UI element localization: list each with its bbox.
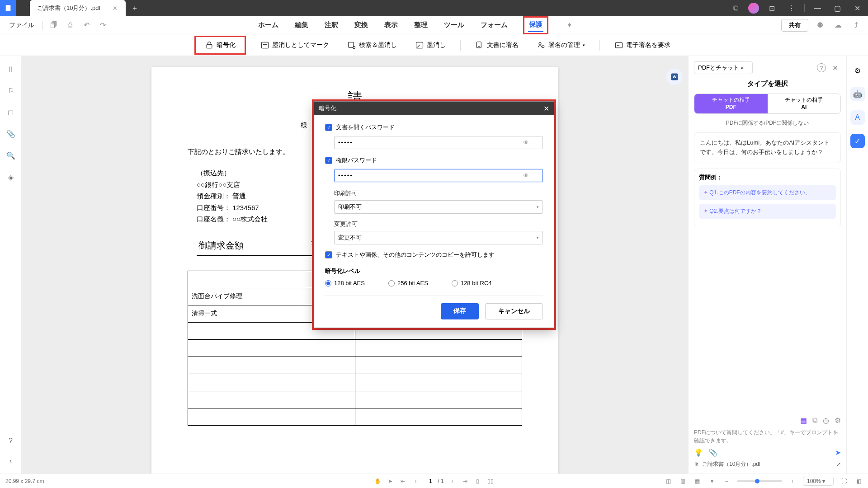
- tab-convert[interactable]: 変換: [354, 19, 369, 31]
- example-q2[interactable]: ✦ Q2.要点は何ですか？: [699, 204, 836, 219]
- save-button[interactable]: 保存: [441, 303, 479, 319]
- radio-128aes[interactable]: 128 bit AES: [325, 280, 365, 286]
- open-password-checkbox[interactable]: ✓: [325, 124, 332, 131]
- lightbulb-icon[interactable]: 💡: [694, 448, 703, 457]
- manage-sign-button[interactable]: 署名の管理 ▾: [533, 39, 589, 52]
- search-icon[interactable]: 🔍: [5, 150, 16, 161]
- redo-icon[interactable]: ↷: [96, 19, 109, 32]
- document-tab[interactable]: ご請求書（10月分）.pdf ✕: [30, 0, 126, 16]
- redact-button[interactable]: 墨消し: [411, 39, 449, 52]
- request-esign-button[interactable]: 電子署名を要求: [611, 39, 674, 52]
- check-icon[interactable]: ✓: [850, 134, 865, 148]
- tab-chat-ai[interactable]: チャットの相手AI: [768, 94, 841, 113]
- settings-gear-icon[interactable]: ⚙: [835, 416, 841, 425]
- word-export-button[interactable]: W: [666, 69, 683, 85]
- tab-chat-pdf[interactable]: チャットの相手PDF: [694, 94, 768, 113]
- user-avatar[interactable]: [748, 3, 759, 14]
- upload-icon[interactable]: ⤴: [850, 19, 863, 32]
- tab-form[interactable]: フォーム: [480, 19, 509, 31]
- example-q1[interactable]: ✦ Q1.このPDFの内容を要約してください。: [699, 185, 836, 200]
- first-page-icon[interactable]: ⇤: [399, 477, 407, 485]
- tab-organize[interactable]: 整理: [413, 19, 429, 31]
- translate-icon[interactable]: A: [850, 110, 865, 125]
- new-tab-button[interactable]: ＋: [127, 2, 142, 14]
- hand-tool-icon[interactable]: ✋: [373, 477, 382, 485]
- cloud-icon[interactable]: ☁: [832, 19, 844, 32]
- modal-close-icon[interactable]: ✕: [543, 104, 549, 113]
- search-redact-button[interactable]: 検索＆墨消し: [344, 39, 401, 52]
- allow-copy-checkbox[interactable]: ✓: [325, 251, 332, 258]
- select-tool-icon[interactable]: ➤: [386, 477, 394, 485]
- attachments-icon[interactable]: 📎: [5, 128, 16, 139]
- current-file[interactable]: 🗎 ご請求書（10月分）.pdf ⤢: [694, 460, 841, 468]
- history-icon[interactable]: ◷: [823, 416, 829, 425]
- devices-icon[interactable]: ⧉: [728, 1, 743, 15]
- tab-home[interactable]: ホーム: [257, 19, 279, 31]
- cancel-button[interactable]: キャンセル: [485, 303, 543, 319]
- print-icon[interactable]: ⎙: [64, 19, 76, 32]
- sparkle-icon[interactable]: ✦: [563, 19, 576, 32]
- last-page-icon[interactable]: ⇥: [461, 477, 469, 485]
- chevron-down-icon[interactable]: ▾: [708, 477, 716, 485]
- file-menu[interactable]: ファイル: [5, 19, 38, 31]
- radio-128rc4[interactable]: 128 bit RC4: [452, 280, 492, 286]
- save-icon[interactable]: 🗐: [47, 19, 60, 32]
- zoom-select[interactable]: 100% ▾: [803, 477, 834, 486]
- doc-chip-icon[interactable]: ▦: [800, 416, 807, 425]
- thumbnails-icon[interactable]: ▯: [5, 63, 16, 74]
- expand-icon[interactable]: ⤢: [836, 461, 841, 468]
- reader-mode-icon[interactable]: ◧: [854, 477, 863, 485]
- zoom-in-icon[interactable]: +: [788, 477, 797, 485]
- send-icon[interactable]: ➤: [835, 448, 841, 457]
- zoom-out-icon[interactable]: −: [722, 477, 731, 485]
- open-password-input[interactable]: ••••• 👁: [334, 136, 543, 149]
- comments-icon[interactable]: ◻: [5, 107, 16, 117]
- close-panel-icon[interactable]: ✕: [830, 64, 841, 72]
- zoom-slider[interactable]: [737, 480, 782, 482]
- maximize-icon[interactable]: ▢: [830, 1, 844, 15]
- undo-icon[interactable]: ↶: [80, 19, 93, 32]
- close-tab-icon[interactable]: ✕: [111, 5, 118, 12]
- app-logo[interactable]: [0, 0, 16, 16]
- mark-redact-button[interactable]: 墨消しとしてマーク: [257, 39, 333, 52]
- prev-page-icon[interactable]: ‹: [411, 477, 420, 485]
- help-icon[interactable]: ?: [5, 436, 16, 446]
- collapse-icon[interactable]: ‹: [5, 455, 16, 466]
- settings-icon[interactable]: ⚙: [850, 63, 865, 78]
- kebab-menu-icon[interactable]: ⋮: [784, 1, 799, 15]
- page-input[interactable]: [424, 478, 437, 484]
- radio-256aes[interactable]: 256 bit AES: [388, 280, 428, 286]
- minimize-icon[interactable]: —: [810, 1, 825, 15]
- ai-robot-icon[interactable]: 🤖: [850, 87, 865, 101]
- tab-tools[interactable]: ツール: [443, 19, 465, 31]
- help-button[interactable]: ?: [817, 63, 826, 72]
- tab-edit[interactable]: 編集: [294, 19, 309, 31]
- copy-icon[interactable]: ⧉: [812, 416, 817, 425]
- share-button[interactable]: 共有: [781, 19, 808, 32]
- fit-width-icon[interactable]: ◫: [665, 477, 673, 485]
- print-permission-select[interactable]: 印刷不可 ▾: [334, 200, 543, 214]
- tab-view[interactable]: 表示: [383, 19, 399, 31]
- share-nodes-icon[interactable]: ⚉: [814, 19, 826, 32]
- change-permission-select[interactable]: 変更不可 ▾: [334, 231, 543, 244]
- single-page-icon[interactable]: ▯: [474, 477, 482, 485]
- tab-comment[interactable]: 注釈: [324, 19, 339, 31]
- chat-mode-select[interactable]: PDFとチャット ▾: [694, 61, 753, 74]
- tab-protect[interactable]: 保護: [528, 19, 543, 32]
- show-password-icon[interactable]: 👁: [523, 172, 530, 179]
- show-password-icon[interactable]: 👁: [523, 139, 530, 146]
- two-page-icon[interactable]: ▯▯: [486, 477, 495, 485]
- fit-page-icon[interactable]: ▥: [679, 477, 687, 485]
- attachment-icon[interactable]: 📎: [708, 448, 717, 457]
- bookmarks-icon[interactable]: ⚐: [5, 85, 16, 96]
- perm-password-input[interactable]: ••••• 👁: [334, 169, 543, 182]
- comment-icon[interactable]: ⊡: [764, 1, 779, 15]
- scroll-mode-icon[interactable]: ▦: [693, 477, 702, 485]
- layers-icon[interactable]: ◈: [5, 172, 16, 183]
- next-page-icon[interactable]: ›: [448, 477, 457, 485]
- encrypt-button[interactable]: 暗号化: [194, 36, 246, 55]
- perm-password-checkbox[interactable]: ✓: [325, 157, 332, 164]
- fullscreen-icon[interactable]: ⛶: [840, 477, 848, 485]
- close-window-icon[interactable]: ✕: [850, 1, 864, 15]
- slider-handle[interactable]: [755, 479, 760, 483]
